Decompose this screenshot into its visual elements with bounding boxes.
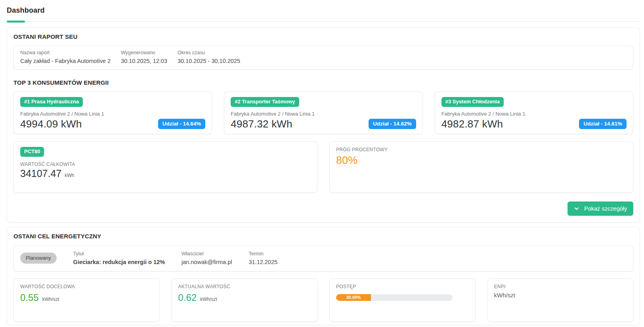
total-value-card: PCT80 WARTOŚĆ CAŁKOWITA 34107.47 kWh: [13, 141, 317, 193]
energy-goal-title: OSTANI CEL ENERGETYCZNY: [13, 233, 633, 240]
consumer-location: Fabryka Automotive 2 / Nowa Linia 1: [231, 111, 416, 117]
consumer-energy-value: 4987.32 kWh: [231, 118, 292, 130]
field-value: 31.12.2025: [248, 259, 277, 266]
field-label: Wygenerowano: [121, 50, 167, 56]
consumer-energy-value: 4994.09 kWh: [20, 118, 82, 130]
target-value-card: WARTOŚĆ DOCELOWA 0.55 kWh/szt: [13, 278, 160, 322]
consumer-value-row: 4982.87 kWh Udział - 14.61%: [441, 118, 627, 130]
field-value: Gieciarka: redukcja energii o 12%: [73, 259, 165, 266]
field-value: 30.10.2025 - 30.10.2025: [178, 57, 240, 65]
consumer-share-badge: Udział - 14.64%: [158, 119, 206, 129]
goal-deadline-field: Termin 31.12.2025: [248, 251, 277, 266]
consumer-rank-badge: #2 Transporter Taśmowy: [231, 97, 299, 107]
field-label: Tytuł: [73, 251, 165, 257]
consumer-rank-badge: #1 Prasa Hydrauliczna: [20, 97, 83, 107]
seu-report-panel: OSTANI RAPORT SEU Nazwa raport Cały zakł…: [7, 27, 640, 222]
metric-value-row: 0.55 kWh/szt: [20, 293, 153, 303]
total-value-label: WARTOŚĆ CAŁKOWITA: [20, 162, 311, 167]
show-details-button[interactable]: Pokaż szczegóły: [568, 202, 633, 216]
metric-label: ENPI: [494, 284, 627, 289]
threshold-value: 80%: [336, 154, 627, 167]
top-consumers-title: TOP 3 KONSUMENTÓW ENERGII: [13, 79, 633, 86]
target-value: 0.55: [20, 293, 39, 303]
title-divider: [7, 21, 640, 23]
threshold-label: PRÓG PROCENTOWY: [336, 147, 627, 152]
chevron-down-icon: [574, 206, 579, 211]
metric-label: POSTĘP: [336, 284, 469, 289]
consumer-location: Fabryka Automotive 2 / Nowa Linia 1: [20, 111, 205, 117]
field-value: jan.nowak@firma.pl: [182, 259, 232, 266]
dashboard-page: Dashboard OSTANI RAPORT SEU Nazwa raport…: [0, 6, 644, 327]
top-consumers-row: #1 Prasa Hydrauliczna Fabryka Automotive…: [13, 91, 633, 134]
enpi-value: kWh/szt: [494, 292, 627, 298]
page-title: Dashboard: [7, 6, 640, 15]
metric-value-row: 0.62 kWh/szt: [178, 293, 311, 303]
field-label: Termin: [248, 251, 277, 257]
goal-owner-field: Właściciel jan.nowak@firma.pl: [182, 251, 232, 266]
report-summary-card: Nazwa raport Cały zakład - Fabryka Autom…: [13, 46, 633, 70]
progress-card: POSTĘP 30.00%: [329, 278, 476, 322]
goal-status-badge: Planowany: [20, 253, 57, 264]
consumer-location: Fabryka Automotive 2 / Nowa Linia 1: [441, 111, 627, 117]
total-value-unit: kWh: [65, 173, 74, 178]
current-value-unit: kWh/szt: [200, 297, 217, 302]
consumer-share-badge: Udział - 14.62%: [369, 119, 416, 129]
consumer-card-1: #1 Prasa Hydrauliczna Fabryka Automotive…: [13, 91, 212, 134]
totals-row: PCT80 WARTOŚĆ CAŁKOWITA 34107.47 kWh PRÓ…: [13, 141, 633, 193]
consumer-value-row: 4987.32 kWh Udział - 14.62%: [231, 118, 416, 130]
total-value: 34107.47: [20, 168, 61, 179]
consumer-card-3: #3 System Chłodzenia Fabryka Automotive …: [435, 91, 633, 134]
report-name-field: Nazwa raport Cały zakład - Fabryka Autom…: [20, 50, 111, 65]
show-details-label: Pokaż szczegóły: [584, 205, 627, 212]
report-period-field: Okres czasu 30.10.2025 - 30.10.2025: [178, 50, 240, 65]
progress-bar: 30.00%: [336, 294, 453, 301]
field-label: Nazwa raport: [20, 50, 111, 56]
field-value: Cały zakład - Fabryka Automotive 2: [20, 57, 111, 65]
field-label: Właściciel: [182, 251, 232, 257]
progress-bar-fill: 30.00%: [336, 294, 371, 301]
enpi-card: ENPI kWh/szt: [487, 278, 634, 322]
current-value-card: AKTUALNA WARTOŚĆ 0.62 kWh/szt: [172, 278, 318, 322]
title-divider-accent: [7, 21, 25, 23]
seu-report-title: OSTANI RAPORT SEU: [13, 33, 633, 40]
consumer-value-row: 4994.09 kWh Udział - 14.64%: [20, 118, 205, 130]
field-value: 30.10.2025, 12:03: [121, 57, 167, 65]
report-generated-field: Wygenerowano 30.10.2025, 12:03: [121, 50, 167, 65]
target-value-unit: kWh/szt: [42, 297, 59, 302]
metric-label: WARTOŚĆ DOCELOWA: [20, 284, 153, 289]
consumer-card-2: #2 Transporter Taśmowy Fabryka Automotiv…: [224, 91, 422, 134]
total-value-row: 34107.47 kWh: [20, 168, 311, 179]
goal-metrics-row: WARTOŚĆ DOCELOWA 0.55 kWh/szt AKTUALNA W…: [13, 278, 633, 322]
current-value: 0.62: [178, 293, 197, 303]
energy-goal-panel: OSTANI CEL ENERGETYCZNY Planowany Tytuł …: [7, 227, 640, 325]
panel-footer: Pokaż szczegóły: [13, 202, 633, 216]
consumer-rank-badge: #3 System Chłodzenia: [441, 97, 504, 107]
metric-label: AKTUALNA WARTOŚĆ: [178, 284, 311, 289]
threshold-card: PRÓG PROCENTOWY 80%: [329, 141, 633, 193]
goal-summary-card: Planowany Tytuł Gieciarka: redukcja ener…: [13, 245, 633, 272]
field-label: Okres czasu: [178, 50, 240, 56]
consumer-share-badge: Udział - 14.61%: [579, 119, 627, 129]
pct-badge: PCT80: [20, 147, 44, 157]
goal-title-field: Tytuł Gieciarka: redukcja energii o 12%: [73, 251, 165, 266]
progress-value: 30.00%: [346, 295, 361, 300]
consumer-energy-value: 4982.87 kWh: [441, 118, 503, 130]
